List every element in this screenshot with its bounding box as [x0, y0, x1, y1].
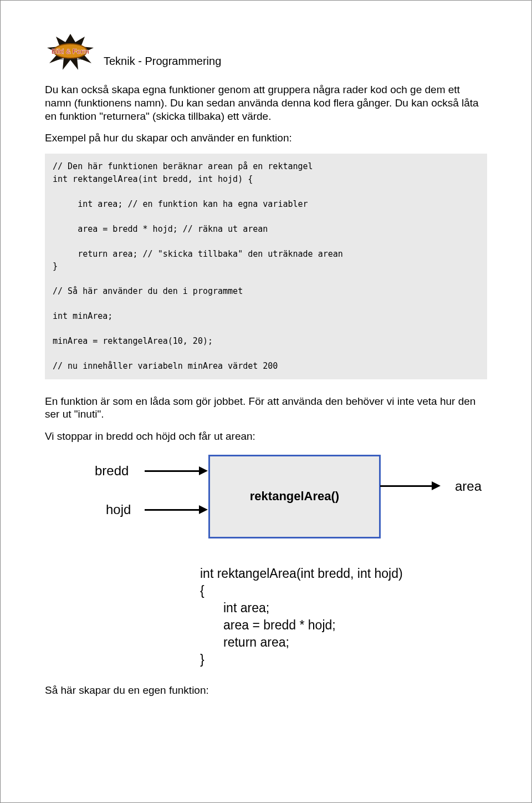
- arrow-bredd-head: [199, 466, 208, 475]
- arrow-output-head: [432, 481, 441, 490]
- arrow-bredd: [145, 470, 200, 472]
- diagram-output-area: area: [455, 479, 482, 494]
- splat-icon: Bild & Form "Lust att vara kreativ!": [45, 31, 96, 71]
- after-paragraph-2: Vi stoppar in bredd och höjd och får ut …: [45, 430, 487, 443]
- intro-paragraph-2: Exempel på hur du skapar och använder en…: [45, 131, 487, 145]
- logo: Bild & Form "Lust att vara kreativ!": [45, 31, 96, 71]
- arrow-output: [380, 485, 433, 487]
- sig-body-3: return area;: [223, 634, 487, 651]
- intro-paragraph-1: Du kan också skapa egna funktioner genom…: [45, 83, 487, 123]
- sig-body-2: area = bredd * hojd;: [223, 617, 487, 634]
- arrow-hojd: [145, 509, 200, 511]
- sig-close-brace: }: [200, 651, 487, 668]
- svg-text:"Lust att vara kreativ!": "Lust att vara kreativ!": [57, 57, 84, 60]
- closing-paragraph: Så här skapar du en egen funktion:: [45, 684, 487, 697]
- function-diagram: bredd hojd rektangelArea() area: [73, 452, 505, 557]
- sig-body-1: int area;: [223, 599, 487, 617]
- code-example: // Den här funktionen beräknar arean på …: [45, 154, 487, 379]
- arrow-hojd-head: [199, 505, 208, 514]
- diagram-input-bredd: bredd: [95, 463, 129, 479]
- function-signature-block: int rektangelArea(int bredd, int hojd) {…: [200, 565, 487, 668]
- header: Bild & Form "Lust att vara kreativ!" Tek…: [45, 31, 487, 71]
- page: Bild & Form "Lust att vara kreativ!" Tek…: [0, 0, 532, 803]
- after-paragraph-1: En funktion är som en låda som gör jobbe…: [45, 395, 487, 421]
- diagram-input-hojd: hojd: [106, 502, 131, 517]
- page-title: Teknik - Programmering: [104, 55, 221, 68]
- sig-line1: int rektangelArea(int bredd, int hojd): [200, 566, 403, 581]
- diagram-box: rektangelArea(): [208, 455, 381, 538]
- sig-open-brace: {: [200, 582, 487, 599]
- diagram-box-label: rektangelArea(): [250, 489, 339, 504]
- svg-text:Bild & Form: Bild & Form: [52, 48, 89, 55]
